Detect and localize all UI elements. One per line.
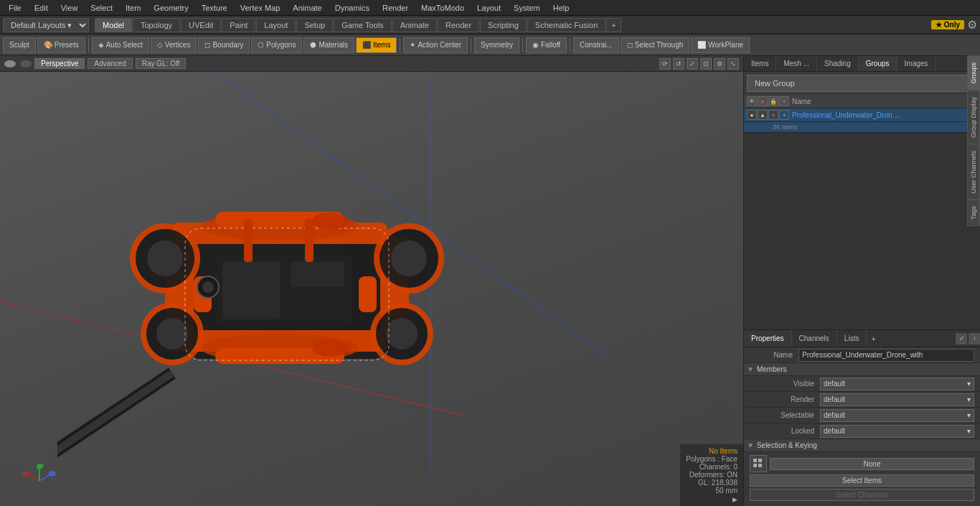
- prop-tab-plus[interactable]: +: [867, 333, 880, 345]
- materials-button[interactable]: ⬢ Materials: [303, 37, 354, 53]
- menu-view[interactable]: View: [55, 2, 84, 14]
- layout-dropdown[interactable]: Default Layouts ▾: [3, 18, 89, 32]
- layout-tab-schematicfusion[interactable]: Schematic Fusion: [527, 18, 606, 32]
- expand-icon[interactable]: ▶: [686, 496, 738, 503]
- select-items-button[interactable]: Select Items: [750, 474, 974, 487]
- viewport-icon-zoom[interactable]: ⤢: [687, 58, 698, 70]
- visible-dropdown[interactable]: default ▾: [820, 378, 974, 390]
- menu-edit[interactable]: Edit: [29, 2, 54, 14]
- items-button[interactable]: ⬛ Items: [356, 37, 397, 53]
- render-dropdown[interactable]: default ▾: [820, 393, 974, 406]
- menu-geometry[interactable]: Geometry: [148, 2, 194, 14]
- presets-button[interactable]: 🎨 Presets: [37, 37, 85, 53]
- layout-tab-gametools[interactable]: Game Tools: [334, 18, 392, 32]
- layout-tab-model[interactable]: Model: [95, 18, 132, 32]
- select-through-button[interactable]: ◻ Select Through: [621, 37, 690, 53]
- workplane-icon: ⬜: [697, 41, 706, 49]
- viewport-mode-toggle[interactable]: [20, 60, 32, 67]
- layout-tab-animate[interactable]: Animate: [392, 18, 437, 32]
- menu-vertexmap[interactable]: Vertex Map: [235, 2, 286, 14]
- vertices-button[interactable]: ◇ Vertices: [151, 37, 197, 53]
- menu-texture[interactable]: Texture: [196, 2, 233, 14]
- prop-name-input[interactable]: [798, 349, 974, 362]
- layout-tab-topology[interactable]: Topology: [133, 18, 180, 32]
- layout-tab-layout[interactable]: Layout: [256, 18, 296, 32]
- render-icon[interactable]: 🔺: [758, 96, 768, 106]
- viewport-icon-pan[interactable]: ↺: [673, 58, 684, 70]
- locked-dropdown[interactable]: default ▾: [820, 425, 974, 438]
- select-through-icon: ◻: [627, 41, 633, 49]
- symmetry-button[interactable]: Symmetry: [474, 37, 519, 53]
- menu-render[interactable]: Render: [377, 2, 414, 14]
- prop-expand-btn-2[interactable]: ↕: [969, 333, 980, 345]
- none-button[interactable]: None: [770, 458, 974, 470]
- right-tab-mesh[interactable]: Mesh ...: [776, 56, 817, 71]
- sculpt-button[interactable]: Sculpt: [3, 37, 36, 53]
- viewport-advanced-tab[interactable]: Advanced: [88, 58, 132, 69]
- sel-key-grid-icon[interactable]: [750, 455, 767, 472]
- layout-tab-uvedit[interactable]: UVEdit: [181, 18, 221, 32]
- boundary-button[interactable]: ◻ Boundary: [198, 37, 250, 53]
- svg-point-15: [156, 318, 188, 350]
- svg-rect-29: [244, 219, 253, 262]
- size-status: 50 mm: [686, 487, 738, 495]
- layout-tab-render[interactable]: Render: [438, 18, 479, 32]
- right-tab-images[interactable]: Images: [897, 56, 936, 71]
- viewport-icon-rotate[interactable]: ⟳: [659, 58, 671, 70]
- viewport-radio-btn[interactable]: [4, 60, 16, 67]
- canvas-area[interactable]: No Items Polygons : Face Channels: 0 Def…: [0, 72, 743, 506]
- prop-tab-channels[interactable]: Channels: [792, 330, 837, 347]
- falloff-button[interactable]: ◉ Falloff: [526, 37, 567, 53]
- auto-select-button[interactable]: ◈ Auto Select: [92, 37, 149, 53]
- menu-maxtomodo[interactable]: MaxToModo: [415, 2, 470, 14]
- prop-tab-properties[interactable]: Properties: [744, 330, 792, 347]
- selectable-dropdown[interactable]: default ▾: [820, 409, 974, 422]
- workplane-button[interactable]: ⬜ WorkPlane: [691, 37, 750, 53]
- locked-row: Locked default ▾: [744, 423, 980, 439]
- viewport-perspective-tab[interactable]: Perspective: [34, 58, 85, 69]
- lock-icon[interactable]: 🔒: [768, 96, 778, 106]
- group-eye-icon[interactable]: ●: [747, 110, 757, 120]
- channels-status: Channels: 0: [686, 463, 738, 471]
- menu-animate[interactable]: Animate: [287, 2, 327, 14]
- polygons-button[interactable]: ⬡ Polygons: [251, 37, 302, 53]
- edge-tab-tags[interactable]: Tags: [967, 200, 980, 226]
- layout-tab-paint[interactable]: Paint: [222, 18, 255, 32]
- properties-panel: Properties Channels Lists + ⤢ ↕ Name ▼ M…: [744, 329, 980, 506]
- new-group-button[interactable]: New Group: [747, 75, 977, 92]
- plus-icon[interactable]: +: [779, 96, 789, 106]
- menu-select[interactable]: Select: [85, 2, 118, 14]
- viewport-icon-expand[interactable]: ⤡: [727, 58, 739, 70]
- viewport-icon-settings[interactable]: ⚙: [714, 58, 725, 70]
- menu-dynamics[interactable]: Dynamics: [329, 2, 375, 14]
- right-tab-groups[interactable]: Groups: [859, 56, 897, 71]
- edge-tab-user-channels[interactable]: User Channels: [967, 144, 980, 200]
- locked-label: Locked: [750, 427, 814, 435]
- layout-tab-add[interactable]: +: [606, 18, 621, 32]
- layout-tab-scripting[interactable]: Scripting: [480, 18, 527, 32]
- menu-file[interactable]: File: [3, 2, 27, 14]
- right-tab-shading[interactable]: Shading: [817, 56, 859, 71]
- constraints-button[interactable]: Constrai...: [573, 37, 619, 53]
- menu-item[interactable]: Item: [120, 2, 146, 14]
- layout-settings-icon[interactable]: ⚙: [967, 18, 977, 32]
- edge-tab-groups[interactable]: Groups: [967, 56, 980, 90]
- layout-tab-setup[interactable]: Setup: [296, 18, 333, 32]
- prop-expand-btn-1[interactable]: ⤢: [956, 333, 967, 345]
- right-tab-items[interactable]: Items: [744, 56, 776, 71]
- right-edge-tabs: Groups Group Display User Channels Tags: [967, 56, 980, 226]
- prop-tab-lists[interactable]: Lists: [837, 330, 867, 347]
- viewport-icon-fit[interactable]: ⊡: [700, 58, 712, 70]
- menu-system[interactable]: System: [508, 2, 546, 14]
- group-lock-icon[interactable]: ○: [768, 110, 778, 120]
- group-item-row[interactable]: ● ▲ ○ + Professional_Underwater_Dron ...: [744, 108, 980, 122]
- eye-icon[interactable]: 👁: [747, 96, 757, 106]
- menu-help[interactable]: Help: [547, 2, 575, 14]
- sel-key-buttons-area: None Select Items Select Channels: [744, 452, 980, 506]
- action-center-button[interactable]: ✦ Action Center: [403, 37, 468, 53]
- group-render-icon[interactable]: ▲: [758, 110, 768, 120]
- edge-tab-group-display[interactable]: Group Display: [967, 90, 980, 144]
- viewport-ray-tab[interactable]: Ray GL: Off: [136, 58, 187, 69]
- group-expand-icon[interactable]: +: [779, 110, 789, 120]
- menu-layout[interactable]: Layout: [471, 2, 507, 14]
